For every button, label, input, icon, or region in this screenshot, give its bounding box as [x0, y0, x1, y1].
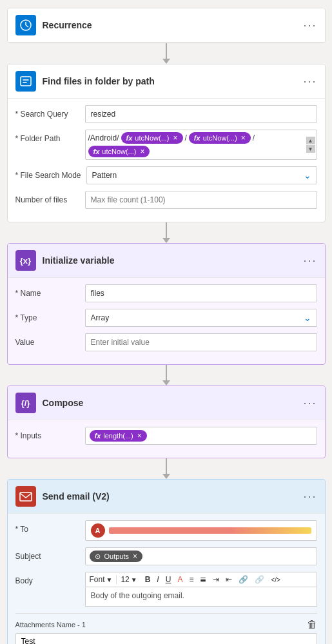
var-type-row: * Type Array ⌄ [15, 309, 317, 327]
send-email-icon [15, 486, 36, 507]
find-files-body: * Search Query * Folder Path /Android/ f… [8, 99, 325, 222]
email-toolbar: Font ▼ 12 ▼ B I U A ≡ ≣ ⇥ [85, 572, 317, 587]
token3-close[interactable]: × [140, 147, 144, 156]
var-name-input[interactable] [85, 284, 317, 302]
find-files-card: Find files in folder by path ··· * Searc… [7, 64, 326, 222]
var-value-input[interactable] [85, 333, 317, 351]
bullet-list-button[interactable]: ≡ [187, 574, 195, 585]
to-row: * To A [15, 520, 317, 541]
compose-icon: {/} [15, 393, 36, 413]
subject-token: ⊙ Outputs × [90, 551, 143, 562]
number-of-files-input[interactable] [85, 191, 317, 209]
font-size-value: 12 [121, 575, 129, 584]
inputs-row: * Inputs fx length(...) × [15, 427, 317, 445]
connector-1 [162, 43, 170, 64]
att-name-input[interactable] [15, 633, 317, 644]
bold-button[interactable]: B [143, 574, 153, 585]
search-query-row: * Search Query [15, 105, 317, 123]
number-of-files-row: Number of files [15, 191, 317, 209]
connector-2 [162, 222, 170, 243]
find-files-title: Find files in folder by path [43, 76, 297, 86]
token1-close[interactable]: × [173, 133, 178, 142]
html-button[interactable]: </> [269, 576, 282, 584]
inputs-token-close[interactable]: × [137, 431, 142, 440]
init-variable-header: {x} Initialize variable ··· [8, 244, 325, 278]
var-type-label: * Type [15, 309, 80, 322]
init-variable-icon: {x} [15, 250, 36, 271]
init-variable-card: {x} Initialize variable ··· * Name * Typ… [7, 243, 326, 365]
delete-attachment-button[interactable]: 🗑 [307, 619, 317, 630]
send-email-menu[interactable]: ··· [303, 490, 317, 503]
subject-input[interactable]: ⊙ Outputs × [85, 547, 317, 565]
to-input[interactable]: A [85, 520, 317, 541]
to-avatar: A [91, 523, 105, 538]
folder-path-row: * Folder Path /Android/ fx utcNow(...) ×… [15, 130, 317, 160]
var-type-select[interactable]: Array ⌄ [85, 309, 317, 327]
color-button[interactable]: A [175, 574, 184, 585]
body-row: Body Font ▼ 12 ▼ B I U A [15, 572, 317, 607]
font-size-arrow: ▼ [131, 576, 137, 583]
compose-menu[interactable]: ··· [303, 396, 317, 410]
attachments-section: Attachments Name - 1 🗑 Attachments Conte… [15, 613, 317, 644]
outdent-button[interactable]: ⇤ [224, 574, 234, 585]
folder-sep2: / [253, 133, 255, 142]
connector-3 [162, 365, 170, 385]
init-variable-title: Initialize variable [43, 255, 297, 266]
body-text[interactable]: Body of the outgoing email. [85, 587, 317, 607]
font-label: Font [90, 575, 105, 584]
inputs-label: * Inputs [15, 427, 80, 440]
folder-path-label: * Folder Path [15, 130, 80, 143]
italic-button[interactable]: I [155, 574, 161, 585]
token2-close[interactable]: × [241, 133, 246, 142]
att-name-row: Attachments Name - 1 🗑 [15, 619, 317, 630]
inputs-token: fx length(...) × [90, 430, 147, 442]
var-value-row: Value [15, 333, 317, 351]
var-name-label: * Name [15, 284, 80, 298]
compose-header: {/} Compose ··· [8, 386, 325, 420]
underline-button[interactable]: U [164, 574, 173, 585]
svg-rect-4 [20, 493, 32, 501]
find-files-icon [15, 71, 36, 92]
inputs-wrap[interactable]: fx length(...) × [85, 427, 317, 445]
link-button[interactable]: 🔗 [237, 574, 250, 585]
subject-token-close[interactable]: × [133, 552, 137, 561]
folder-path-token2: fx utcNow(...) × [189, 132, 251, 144]
compose-body: * Inputs fx length(...) × [8, 420, 325, 458]
send-email-card: Send email (V2) ··· * To A Subject ⊙ Out… [7, 479, 326, 644]
recurrence-header: Recurrence ··· [8, 8, 325, 43]
search-query-input[interactable] [85, 105, 317, 123]
recurrence-title: Recurrence [43, 20, 297, 30]
init-variable-menu[interactable]: ··· [303, 254, 317, 268]
folder-path-input[interactable]: /Android/ fx utcNow(...) × / fx utcNow(.… [85, 130, 317, 160]
select-arrow: ⌄ [304, 170, 311, 181]
numbered-list-button[interactable]: ≣ [198, 574, 208, 585]
send-email-header: Send email (V2) ··· [8, 480, 325, 514]
type-select-arrow: ⌄ [304, 313, 311, 323]
scroll-up[interactable]: ▲ [306, 137, 315, 144]
folder-path-token3: fx utcNow(...) × [88, 146, 150, 157]
font-dropdown-arrow: ▼ [106, 576, 113, 583]
font-size-dropdown[interactable]: 12 ▼ [121, 575, 139, 584]
svg-line-2 [26, 25, 28, 27]
to-label: * To [15, 520, 80, 534]
number-of-files-label: Number of files [15, 191, 80, 204]
unlink-button[interactable]: 🔗 [253, 574, 266, 585]
font-dropdown[interactable]: Font ▼ [90, 575, 117, 584]
file-search-mode-select[interactable]: Pattern ⌄ [86, 166, 317, 184]
body-label: Body [15, 572, 80, 585]
recurrence-menu[interactable]: ··· [303, 19, 317, 32]
find-files-header: Find files in folder by path ··· [8, 64, 325, 99]
folder-path-prefix: /Android/ [88, 133, 119, 142]
att-name-label: Attachments Name - 1 [15, 621, 86, 629]
send-email-title: Send email (V2) [43, 491, 297, 502]
subject-label: Subject [15, 547, 80, 561]
find-files-menu[interactable]: ··· [303, 75, 317, 88]
search-query-label: * Search Query [15, 105, 80, 119]
folder-path-token1: fx utcNow(...) × [121, 132, 183, 144]
connector-4 [162, 458, 170, 479]
file-search-mode-row: * File Search Mode Pattern ⌄ [15, 166, 317, 184]
indent-button[interactable]: ⇥ [211, 574, 221, 585]
scroll-down[interactable]: ▼ [306, 145, 315, 153]
send-email-body: * To A Subject ⊙ Outputs × [8, 514, 325, 644]
subject-row: Subject ⊙ Outputs × [15, 547, 317, 565]
